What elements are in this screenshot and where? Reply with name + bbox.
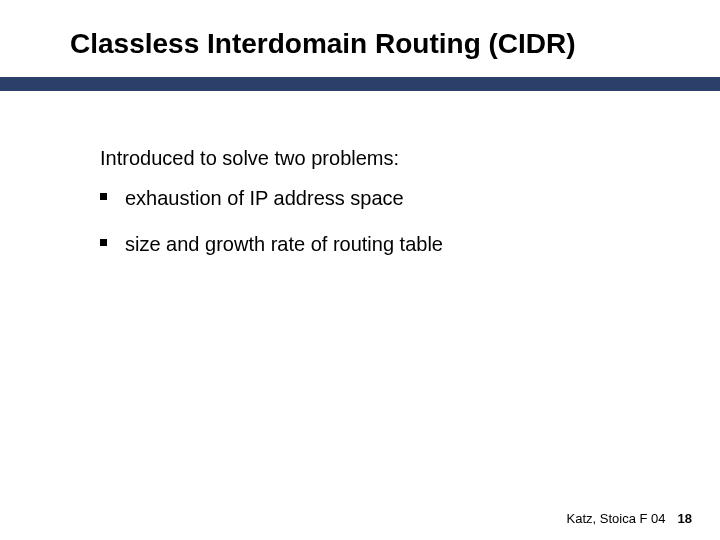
- bullet-text: exhaustion of IP address space: [125, 185, 404, 211]
- intro-text: Introduced to solve two problems:: [100, 147, 399, 170]
- footer-credit: Katz, Stoica F 04: [567, 511, 666, 526]
- slide-title: Classless Interdomain Routing (CIDR): [70, 28, 680, 60]
- list-item: exhaustion of IP address space: [100, 185, 660, 211]
- slide: Classless Interdomain Routing (CIDR) Int…: [0, 0, 720, 540]
- bullet-icon: [100, 239, 107, 246]
- bullet-list: exhaustion of IP address space size and …: [100, 185, 660, 277]
- footer: Katz, Stoica F 04 18: [567, 511, 692, 526]
- page-number: 18: [678, 511, 692, 526]
- title-divider: [0, 77, 720, 91]
- bullet-text: size and growth rate of routing table: [125, 231, 443, 257]
- list-item: size and growth rate of routing table: [100, 231, 660, 257]
- bullet-icon: [100, 193, 107, 200]
